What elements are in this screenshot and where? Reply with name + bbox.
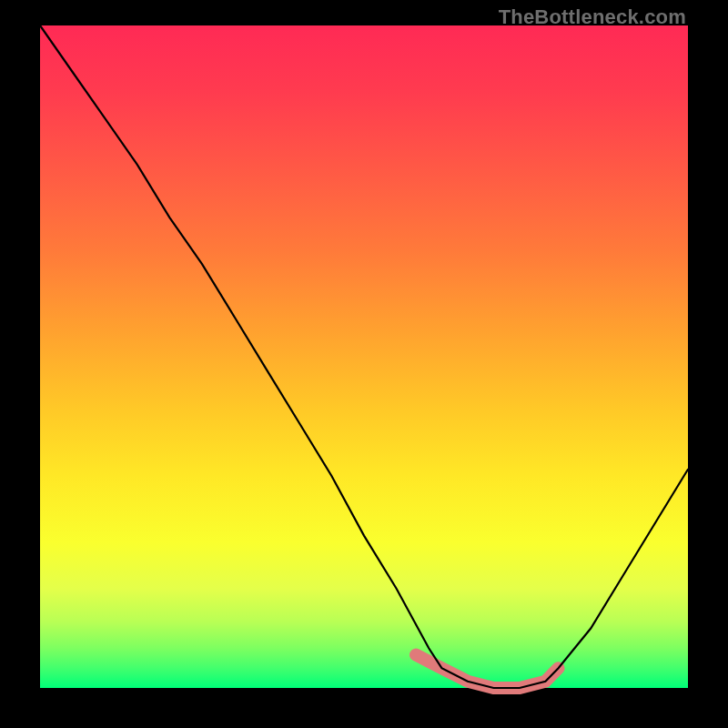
curve-layer bbox=[40, 25, 688, 688]
chart-frame: TheBottleneck.com bbox=[0, 0, 728, 728]
plot-area bbox=[40, 25, 688, 688]
main-curve bbox=[40, 25, 688, 688]
